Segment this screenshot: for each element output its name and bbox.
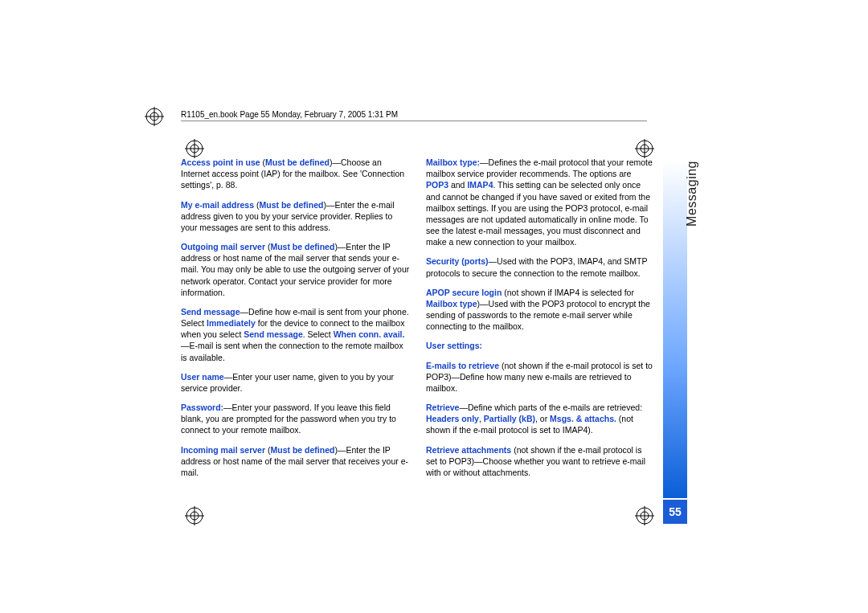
para: Retrieve attachments (not shown if the e… — [426, 444, 655, 479]
para: Retrieve—Define which parts of the e-mai… — [426, 402, 655, 436]
para: My e-mail address (Must be defined)—Ente… — [181, 199, 410, 234]
heading: User settings: — [426, 340, 655, 351]
crop-mark-icon — [635, 506, 653, 524]
term: Must be defined — [270, 445, 334, 455]
term: POP3 — [426, 180, 448, 190]
para: E-mails to retrieve (not shown if the e-… — [426, 360, 655, 394]
term: Security (ports) — [426, 256, 489, 266]
para: Security (ports)—Used with the POP3, IMA… — [426, 255, 655, 278]
term: When conn. avail. — [334, 329, 405, 339]
para: Mailbox type:—Defines the e-mail protoco… — [426, 157, 655, 247]
para: Password:—Enter your password. If you le… — [181, 402, 410, 436]
side-gradient — [663, 161, 687, 498]
crop-mark-icon — [635, 139, 653, 157]
page-number: 55 — [663, 500, 687, 524]
term: Send message — [244, 329, 303, 339]
para: User name—Enter your user name, given to… — [181, 371, 410, 394]
term: Mailbox type — [426, 299, 477, 309]
term: My e-mail address — [181, 200, 254, 210]
para: Send message—Define how e-mail is sent f… — [181, 306, 410, 363]
para: Outgoing mail server (Must be defined)—E… — [181, 241, 410, 298]
term: Headers only — [426, 414, 479, 423]
term: User name — [181, 372, 224, 382]
term: Must be defined — [259, 200, 323, 210]
column-right: Mailbox type:—Defines the e-mail protoco… — [426, 157, 655, 486]
term: APOP secure login — [426, 288, 502, 297]
crop-mark-icon — [185, 139, 203, 157]
term: Mailbox type: — [426, 157, 480, 167]
term: Outgoing mail server — [181, 242, 265, 251]
para: APOP secure login (not shown if IMAP4 is… — [426, 287, 655, 333]
term: Access point in use — [181, 157, 260, 167]
term: Incoming mail server — [181, 445, 265, 455]
term: Must be defined — [265, 157, 330, 167]
term: IMAP4 — [467, 180, 493, 190]
crop-mark-icon — [185, 506, 203, 524]
term: Msgs. & attachs. — [550, 414, 616, 423]
para: Access point in use (Must be defined)—Ch… — [181, 157, 410, 191]
crop-mark-icon — [145, 107, 162, 125]
page-body: Access point in use (Must be defined)—Ch… — [181, 157, 655, 486]
term: E-mails to retrieve — [426, 361, 499, 370]
term: Must be defined — [270, 242, 334, 251]
column-left: Access point in use (Must be defined)—Ch… — [181, 157, 410, 486]
header-rule — [181, 121, 647, 121]
term: Retrieve attachments — [426, 445, 511, 455]
term: Immediately — [207, 318, 256, 328]
term: Send message — [181, 307, 240, 317]
term: Password: — [181, 403, 223, 412]
term: Partially (kB) — [484, 414, 535, 423]
para: Incoming mail server (Must be defined)—E… — [181, 444, 410, 479]
page-header-meta: R1105_en.book Page 55 Monday, February 7… — [181, 110, 398, 119]
term: Retrieve — [426, 403, 459, 412]
section-label: Messaging — [685, 161, 699, 227]
